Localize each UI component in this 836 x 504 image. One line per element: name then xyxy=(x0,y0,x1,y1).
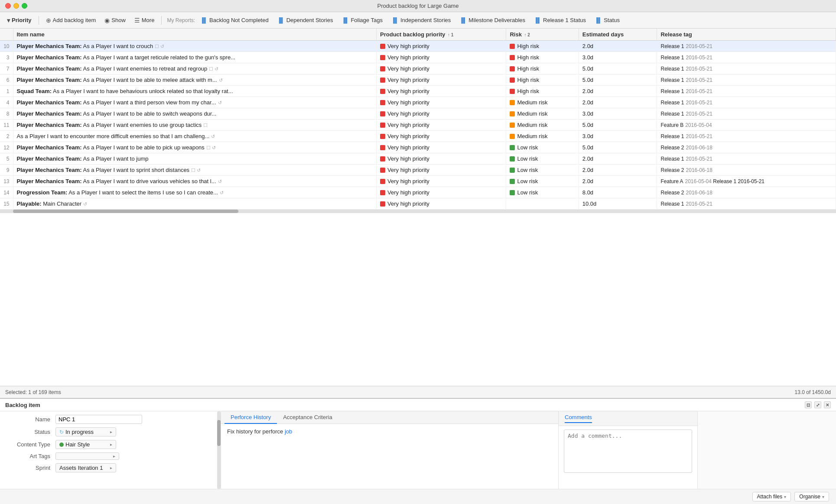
checkbox-icon[interactable]: ☐ xyxy=(203,123,208,128)
table-row[interactable]: 10Player Mechanics Team: As a Player I w… xyxy=(0,41,836,52)
fullscreen-button[interactable] xyxy=(22,3,27,9)
toolbar-divider-2 xyxy=(161,16,162,25)
table-row[interactable]: 14Progression Team: As a Player I want t… xyxy=(0,187,836,198)
row-days: 10.0d xyxy=(579,198,657,210)
col-risk[interactable]: Risk ↑ 2 xyxy=(506,29,579,41)
col-priority[interactable]: Product backlog priority ↑ 1 xyxy=(377,29,506,41)
form-scroll-thumb[interactable] xyxy=(217,420,221,446)
table-row[interactable]: 2As a Player I want to encounter more di… xyxy=(0,131,836,142)
row-item-name[interactable]: Player Mechanics Team: As a Player I wan… xyxy=(13,63,377,74)
more-button[interactable]: ☰ More xyxy=(131,15,158,26)
table-row[interactable]: 8Player Mechanics Team: As a Player I wa… xyxy=(0,108,836,120)
bottom-action-bar: Attach files ▾ Organise ▾ xyxy=(0,489,836,504)
table-row[interactable]: 4Player Mechanics Team: As a Player I wa… xyxy=(0,97,836,108)
comments-tab[interactable]: Comments xyxy=(565,414,592,423)
row-item-name[interactable]: Playable: Main Character↺ xyxy=(13,198,377,210)
checkbox-icon[interactable]: ☐ xyxy=(155,44,159,49)
expand-panel-button[interactable]: ⤢ xyxy=(814,401,821,408)
name-label: Name xyxy=(7,416,50,423)
report3-button[interactable]: ▐▌ Foliage Tags xyxy=(338,15,386,25)
cycle-icon[interactable]: ↺ xyxy=(160,44,164,49)
status-dropdown[interactable]: ↻ In progress ▸ xyxy=(55,427,116,436)
sprint-dropdown[interactable]: Assets Iteration 1 ▸ xyxy=(55,463,116,472)
report1-button[interactable]: ▐▌ Backlog Not Completed xyxy=(197,15,272,25)
cycle-icon[interactable]: ↺ xyxy=(197,168,201,173)
priority-sort-arrow: ↑ 1 xyxy=(448,32,453,37)
report5-button[interactable]: ▐▌ Milestone Deliverables xyxy=(456,15,529,25)
row-risk: Low risk xyxy=(506,142,579,153)
row-item-name[interactable]: Squad Team: As a Player I want to have b… xyxy=(13,86,377,97)
panel-controls: ⊡ ⤢ ✕ xyxy=(805,401,831,408)
report6-button[interactable]: ▐▌ Release 1 Status xyxy=(530,15,589,25)
chart-icon-3: ▐▌ xyxy=(342,17,349,23)
cycle-icon[interactable]: ↺ xyxy=(218,179,222,184)
cycle-icon[interactable]: ↺ xyxy=(215,66,218,72)
priority-dot xyxy=(380,134,385,139)
row-item-name[interactable]: Progression Team: As a Player I want to … xyxy=(13,187,377,198)
minimize-panel-button[interactable]: ⊡ xyxy=(805,401,812,408)
row-item-name[interactable]: As a Player I want to encounter more dif… xyxy=(13,131,377,142)
row-item-name[interactable]: Player Mechanics Team: As a Player I wan… xyxy=(13,74,377,86)
table-row[interactable]: 7Player Mechanics Team: As a Player I wa… xyxy=(0,63,836,74)
show-button[interactable]: ◉ Show xyxy=(101,15,129,26)
row-days: 2.0d xyxy=(579,165,657,176)
table-row[interactable]: 12Player Mechanics Team: As a Player I w… xyxy=(0,142,836,153)
cycle-icon[interactable]: ↺ xyxy=(219,78,223,83)
row-priority: Very high priority xyxy=(377,120,506,131)
table-wrapper[interactable]: Item name Product backlog priority ↑ 1 R… xyxy=(0,29,836,386)
table-row[interactable]: 1Squad Team: As a Player I want to have … xyxy=(0,86,836,97)
row-item-name[interactable]: Player Mechanics Team: As a Player I wan… xyxy=(13,153,377,165)
cycle-icon[interactable]: ↺ xyxy=(83,201,87,207)
row-item-name[interactable]: Player Mechanics Team: As a Player I wan… xyxy=(13,142,377,153)
cycle-icon[interactable]: ↺ xyxy=(212,145,216,151)
report4-button[interactable]: ▐▌ Independent Stories xyxy=(388,15,454,25)
report2-button[interactable]: ▐▌ Dependent Stories xyxy=(274,15,337,25)
checkbox-icon[interactable]: ☐ xyxy=(209,66,213,72)
tab-acceptance-criteria[interactable]: Acceptance Criteria xyxy=(277,411,338,424)
table-row[interactable]: 15Playable: Main Character↺Very high pri… xyxy=(0,198,836,210)
form-scrollbar[interactable] xyxy=(217,411,221,489)
row-num: 6 xyxy=(0,74,13,86)
report7-button[interactable]: ▐▌ Status xyxy=(591,15,623,25)
cycle-icon[interactable]: ↺ xyxy=(211,134,215,139)
priority-toolbar-item[interactable]: ▾ Priority xyxy=(3,15,35,26)
row-days: 2.0d xyxy=(579,153,657,165)
minimize-button[interactable] xyxy=(13,3,19,9)
middle-panel: Perforce History Acceptance Criteria Fix… xyxy=(221,411,559,489)
table-row[interactable]: 11Player Mechanics Team: As a Player I w… xyxy=(0,120,836,131)
name-input[interactable] xyxy=(55,415,142,424)
row-item-name[interactable]: Player Mechanics Team: As a Player I wan… xyxy=(13,108,377,120)
table-body: 10Player Mechanics Team: As a Player I w… xyxy=(0,41,836,210)
organise-button[interactable]: Organise ▾ xyxy=(794,492,829,501)
row-release: Release 1 2016-05-21 xyxy=(657,63,836,74)
cycle-icon[interactable]: ↺ xyxy=(218,100,222,106)
row-item-name[interactable]: Player Mechanics Team: As a Player I wan… xyxy=(13,52,377,63)
tab-perforce-history[interactable]: Perforce History xyxy=(224,411,277,424)
comment-input[interactable] xyxy=(564,430,692,473)
chevron-down-icon: ▸ xyxy=(110,465,112,470)
table-row[interactable]: 9Player Mechanics Team: As a Player I wa… xyxy=(0,165,836,176)
row-item-name[interactable]: Player Mechanics Team: As a Player I wan… xyxy=(13,97,377,108)
art-tags-dropdown[interactable]: ▸ xyxy=(55,452,119,460)
checkbox-icon[interactable]: ☐ xyxy=(206,145,211,151)
horizontal-scrollbar[interactable] xyxy=(0,210,836,213)
row-item-name[interactable]: Player Mechanics Team: As a Player I wan… xyxy=(13,41,377,52)
perforce-job-link[interactable]: job xyxy=(285,428,292,435)
table-row[interactable]: 13Player Mechanics Team: As a Player I w… xyxy=(0,176,836,187)
risk-dot xyxy=(510,78,515,83)
scrollbar-thumb[interactable] xyxy=(13,210,238,213)
attach-files-button[interactable]: Attach files ▾ xyxy=(752,492,791,501)
row-item-name[interactable]: Player Mechanics Team: As a Player I wan… xyxy=(13,165,377,176)
content-type-dropdown[interactable]: Hair Style ▸ xyxy=(55,440,116,449)
table-row[interactable]: 5Player Mechanics Team: As a Player I wa… xyxy=(0,153,836,165)
table-row[interactable]: 3Player Mechanics Team: As a Player I wa… xyxy=(0,52,836,63)
checkbox-icon[interactable]: ☐ xyxy=(191,168,195,173)
row-item-name[interactable]: Player Mechanics Team: As a Player I wan… xyxy=(13,176,377,187)
bottom-panel: Backlog item ⊡ ⤢ ✕ Name Status xyxy=(0,398,836,504)
cycle-icon[interactable]: ↺ xyxy=(220,190,224,196)
add-backlog-item-button[interactable]: ⊕ Add backlog item xyxy=(42,15,100,26)
close-panel-button[interactable]: ✕ xyxy=(824,401,831,408)
row-item-name[interactable]: Player Mechanics Team: As a Player I wan… xyxy=(13,120,377,131)
table-row[interactable]: 6Player Mechanics Team: As a Player I wa… xyxy=(0,74,836,86)
close-button[interactable] xyxy=(5,3,11,9)
